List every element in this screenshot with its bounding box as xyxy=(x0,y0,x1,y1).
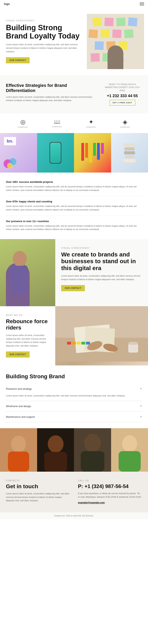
accordion-header-2[interactable]: Wireframe and design + xyxy=(6,401,142,412)
team-member-1-svg xyxy=(0,428,37,472)
what-cta-button[interactable]: OUR CONTACT xyxy=(6,352,30,358)
team-photo-4 xyxy=(111,428,148,472)
contacts-description: Lorem ipsum dolor sit amet, consectetur … xyxy=(6,492,70,502)
team-member-3-svg xyxy=(74,428,111,472)
grid-image-4 xyxy=(111,133,148,172)
call-description: If you have questions, or ideas we can b… xyxy=(78,492,142,499)
brand-title: Effective Strategies for Brand Different… xyxy=(6,83,97,94)
header: logo xyxy=(0,0,148,8)
stats-section: Over 345+ success worldwide projects Lor… xyxy=(0,172,148,239)
create-tag: VISUAL CONSISTENCY xyxy=(61,247,142,249)
brand-left: Effective Strategies for Brand Different… xyxy=(6,83,97,102)
svg-rect-15 xyxy=(67,342,71,344)
what-section: WHAT WE DO Rebounce force riders Lorem i… xyxy=(0,306,148,366)
team-section xyxy=(0,428,148,472)
svg-point-24 xyxy=(48,435,64,453)
accordion-item-2: Wireframe and design + xyxy=(6,401,142,412)
hero-section: VISUAL CONSISTENCY Building Strong Brand… xyxy=(0,8,148,75)
call-phone: P: +1 (324) 987-56-54 xyxy=(78,483,142,490)
contacts-right: CALL US P: +1 (324) 987-56-54 If you hav… xyxy=(78,480,142,504)
create-title: We create to brands and businesses to st… xyxy=(61,251,142,272)
logo: logo xyxy=(4,2,10,6)
contacts-title: Get in touch xyxy=(6,483,70,490)
accordion-label-3: Maintenance and support xyxy=(6,416,35,418)
company-label-3: COMPANY xyxy=(86,126,96,128)
brand-section: Effective Strategies for Brand Different… xyxy=(0,75,148,114)
accordion-header-3[interactable]: Maintenance and support + xyxy=(6,412,142,422)
accordion-item-1: Research and strategy + Lorem ipsum dolo… xyxy=(6,384,142,401)
create-section: VISUAL CONSISTENCY We create to brands a… xyxy=(0,239,148,306)
svg-rect-22 xyxy=(8,452,29,472)
what-image xyxy=(55,306,148,366)
contacts-section: CONTACTS Get in touch Lorem ipsum dolor … xyxy=(0,472,148,512)
logos-section: ◎ COMPANY 📖 COMPANY ✦ COMPANY ◈ COMPANY xyxy=(0,114,148,133)
stat-item-2: Over 678+ happy clients and counting Lor… xyxy=(6,196,142,216)
what-image-svg xyxy=(55,306,148,362)
brand-cta-button[interactable]: GET A FREE AUDIT xyxy=(110,100,135,106)
company-label-2: COMPANY xyxy=(52,126,62,128)
svg-rect-16 xyxy=(72,342,76,344)
brand-right: READY TO SPEAK WITH A MARKETING EXPERT? … xyxy=(102,83,142,106)
create-image xyxy=(0,239,55,306)
footer-note-text: Sample text. Click to select the Text El… xyxy=(54,515,94,517)
email-link[interactable]: example@example.com xyxy=(78,501,105,504)
svg-point-3 xyxy=(13,251,27,267)
phone-mockup xyxy=(50,142,61,164)
grid-image-1: bn. xyxy=(0,133,37,172)
accordion-icon-3: + xyxy=(140,415,142,419)
grid-image-2 xyxy=(37,133,74,172)
contacts-tag: CONTACTS xyxy=(6,480,70,482)
team-photo-1 xyxy=(0,428,37,472)
stat-title-1: Over 345+ success worldwide projects xyxy=(6,180,142,184)
svg-rect-28 xyxy=(81,451,104,472)
svg-rect-25 xyxy=(44,452,67,472)
svg-rect-13 xyxy=(128,344,138,352)
stat-item-3: Our presence in over 11+ countries Lorem… xyxy=(6,216,142,235)
team-photo-3 xyxy=(74,428,111,472)
bn-badge: bn. xyxy=(4,137,16,145)
what-tag: WHAT WE DO xyxy=(6,314,49,316)
company-label-4: COMPANY xyxy=(120,126,130,128)
accordion-icon-2: + xyxy=(140,404,142,408)
stat-desc-3: Lorem ipsum dolor sit amet, consectetur … xyxy=(6,224,142,231)
create-person-svg xyxy=(0,239,55,306)
team-photo-2 xyxy=(37,428,74,472)
company-icon-1: ◎ xyxy=(18,118,28,125)
hero-image xyxy=(87,14,144,69)
logo-item-3: ✦ COMPANY xyxy=(86,118,96,128)
hero-content: VISUAL CONSISTENCY Building Strong Brand… xyxy=(6,20,87,63)
svg-rect-5 xyxy=(10,267,14,284)
menu-button[interactable] xyxy=(140,2,144,5)
ready-text: READY TO SPEAK WITH A MARKETING EXPERT? … xyxy=(102,83,142,92)
accordion-label-2: Wireframe and design xyxy=(6,405,31,408)
team-member-4-svg xyxy=(111,428,148,472)
brand-phone: +1 232 333 44 55 xyxy=(102,94,142,98)
svg-point-2 xyxy=(7,163,13,168)
svg-rect-18 xyxy=(81,342,85,344)
create-cta-button[interactable]: OUR CONTACT xyxy=(61,285,85,291)
company-icon-2: 📖 xyxy=(52,119,62,125)
books-stack xyxy=(123,143,136,162)
accordion: Research and strategy + Lorem ipsum dolo… xyxy=(6,384,142,422)
footer-note: Sample text. Click to select the Text El… xyxy=(0,512,148,519)
hero-tag: VISUAL CONSISTENCY xyxy=(6,20,83,22)
logo-item-1: ◎ COMPANY xyxy=(18,118,28,128)
company-icon-4: ◈ xyxy=(120,118,130,125)
what-title: Rebounce force riders xyxy=(6,318,49,331)
pencils xyxy=(81,143,104,163)
stat-title-3: Our presence in over 11+ countries xyxy=(6,220,142,223)
create-description: Lorem ipsum dolor sit amet, consectetur … xyxy=(61,274,142,281)
stat-item-1: Over 345+ success worldwide projects Lor… xyxy=(6,176,142,196)
brand-description: Lorem ipsum dolor sit amet, consectetur … xyxy=(6,95,97,102)
company-icon-3: ✦ xyxy=(86,118,96,125)
hero-cta-button[interactable]: OUR CONTACT xyxy=(6,57,30,63)
company-label-1: COMPANY xyxy=(18,126,28,128)
accordion-text-1: Lorem ipsum dolor sit amet, consectetur … xyxy=(6,394,142,398)
accordion-item-3: Maintenance and support + xyxy=(6,412,142,422)
create-content: VISUAL CONSISTENCY We create to brands a… xyxy=(55,239,148,306)
svg-point-21 xyxy=(11,436,26,452)
accordion-header-1[interactable]: Research and strategy + xyxy=(6,384,142,394)
hero-description: Lorem ipsum dolor sit amet, consectetur … xyxy=(6,43,83,53)
grid-image-3 xyxy=(74,133,111,172)
accordion-icon-1: + xyxy=(140,387,142,391)
